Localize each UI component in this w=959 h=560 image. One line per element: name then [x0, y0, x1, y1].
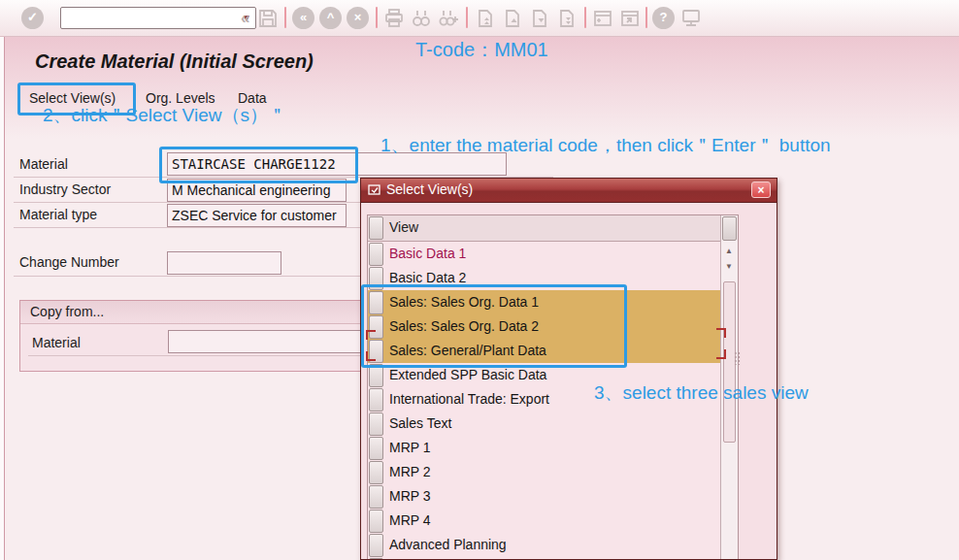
view-column-header: View	[385, 215, 721, 240]
row-select-cell[interactable]	[369, 412, 383, 436]
shortcut-icon[interactable]	[618, 7, 642, 30]
table-row[interactable]: Sales Text	[368, 412, 721, 436]
toolbar-separator	[584, 7, 586, 28]
screen-left-border	[4, 37, 5, 560]
previous-page-icon[interactable]	[500, 7, 523, 30]
change-number-label: Change Number	[19, 254, 119, 270]
row-select-cell[interactable]	[369, 485, 383, 509]
table-row[interactable]: MRP 1	[368, 436, 721, 460]
change-number-input[interactable]	[167, 251, 281, 275]
toolbar-separator	[466, 7, 468, 28]
find-icon[interactable]	[410, 7, 433, 30]
system-toolbar: ✓ ▼ « « ^ ×	[0, 0, 959, 37]
annotation-step3: 3、select three sales view	[594, 380, 809, 406]
help-icon[interactable]: ?	[652, 7, 675, 29]
scroll-down-icon[interactable]: ▼	[723, 260, 735, 273]
toolbar-separator	[645, 7, 647, 28]
table-row[interactable]: MRP 2	[368, 460, 721, 484]
annotation-tcode: T-code：MM01	[415, 37, 548, 63]
annotation-box-select-views	[17, 82, 136, 115]
annotation-box-sales-views	[361, 284, 627, 368]
table-row[interactable]: Advanced Planning	[368, 533, 721, 557]
enter-icon[interactable]: ✓	[21, 7, 44, 29]
dialog-title: Select View(s)	[386, 181, 473, 197]
selection-bracket	[716, 328, 726, 338]
table-row[interactable]: Basic Data 1	[368, 242, 721, 266]
table-row[interactable]: MRP 3	[368, 484, 721, 509]
next-page-icon[interactable]	[527, 7, 550, 30]
scrollbar-corner-cell	[722, 216, 737, 241]
close-icon[interactable]: ×	[751, 181, 771, 198]
view-table-header: View	[368, 215, 721, 242]
row-select-cell[interactable]	[369, 461, 383, 484]
row-select-cell[interactable]	[369, 510, 383, 533]
row-select-cell[interactable]	[369, 437, 383, 460]
dialog-icon	[368, 183, 381, 201]
dialog-titlebar[interactable]: Select View(s) ×	[361, 179, 777, 203]
command-field[interactable]	[60, 7, 256, 29]
first-page-icon[interactable]	[473, 7, 496, 30]
back-icon[interactable]: «	[292, 7, 314, 29]
page-title: Create Material (Initial Screen)	[35, 50, 314, 73]
row-select-cell[interactable]	[369, 243, 383, 266]
copy-material-label: Material	[32, 335, 81, 350]
table-resize-grip[interactable]	[734, 351, 741, 365]
industry-sector-label: Industry Sector	[19, 181, 111, 197]
save-icon[interactable]	[256, 7, 280, 30]
selection-bracket	[716, 349, 726, 359]
find-next-icon[interactable]	[437, 7, 460, 30]
annotation-box-material	[159, 147, 358, 183]
material-type-input[interactable]	[167, 204, 347, 227]
table-row[interactable]: MRP 4	[368, 509, 721, 533]
collapse-icon[interactable]: «	[241, 9, 249, 28]
annotation-step1: 1、enter the material code，then click＂Ent…	[380, 133, 831, 158]
cancel-icon[interactable]: ×	[347, 7, 369, 29]
select-views-dialog: Select View(s) × View Basic Data 1 Basic…	[360, 178, 777, 560]
new-session-icon[interactable]	[591, 7, 614, 30]
scroll-up-icon[interactable]: ▲	[723, 245, 735, 257]
toolbar-separator	[284, 7, 286, 28]
row-select-cell[interactable]	[369, 534, 383, 557]
select-all-cell[interactable]	[369, 216, 383, 240]
material-type-label: Material type	[19, 207, 97, 222]
toolbar-separator	[376, 7, 378, 28]
last-page-icon[interactable]	[554, 7, 578, 30]
gui-settings-icon[interactable]	[679, 7, 703, 30]
material-label: Material	[19, 156, 68, 172]
exit-icon[interactable]: ^	[319, 7, 342, 29]
sap-window: ✓ ▼ « « ^ ×	[0, 0, 959, 560]
print-icon[interactable]	[382, 7, 406, 30]
row-select-cell[interactable]	[369, 388, 383, 412]
